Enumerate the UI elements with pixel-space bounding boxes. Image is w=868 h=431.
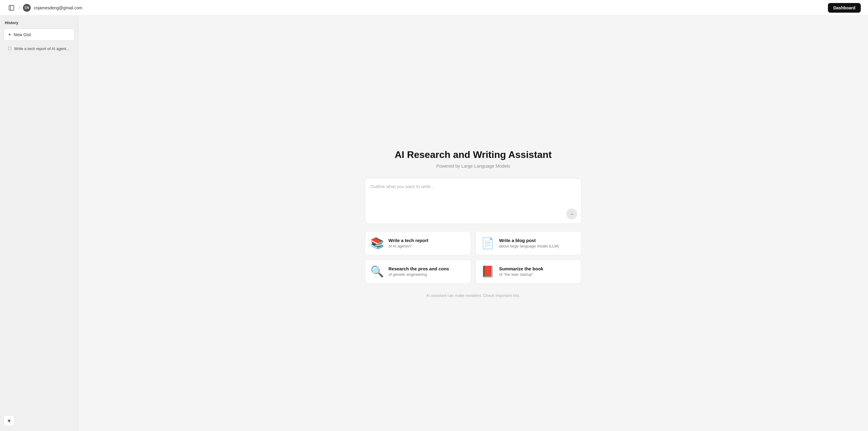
header: / CN cnjamesdeng@gmail.com Dashboard [0,0,868,16]
new-gist-label: New Gist [14,32,31,37]
new-gist-button[interactable]: + New Gist [4,29,74,41]
send-button[interactable]: → [566,209,577,219]
magnifier-icon: 🔍 [370,265,384,278]
main-content: AI Research and Writing Assistant Powere… [79,16,868,431]
theme-toggle-button[interactable]: ☀ [4,415,14,426]
sidebar-toggle-button[interactable] [7,4,16,12]
suggestion-cards-grid: 📚 Write a tech report of AI agents? 📄 Wr… [365,231,582,284]
page-title: AI Research and Writing Assistant [395,149,552,160]
sun-icon: ☀ [7,418,11,424]
sidebar-bottom: ☀ [4,415,74,426]
suggestion-card-3[interactable]: 🔍 Research the pros and cons of genetic … [365,259,471,284]
card-3-subtitle: of genetic engineering [389,272,449,277]
sidebar-history-label: History [4,21,74,25]
card-2-subtitle: about large language model (LLM) [499,244,559,248]
card-1-text: Write a tech report of AI agents? [389,238,428,248]
suggestion-card-4[interactable]: 📕 Summarize the book of "the lean startu… [475,259,582,284]
card-1-subtitle: of AI agents? [389,244,428,248]
card-2-text: Write a blog post about large language m… [499,238,559,248]
dashboard-button[interactable]: Dashboard [828,3,861,13]
card-4-subtitle: of "the lean startup" [499,272,544,277]
arrow-right-icon: → [569,211,574,217]
breadcrumb-separator: / [19,5,20,10]
card-3-title: Research the pros and cons [389,266,449,271]
card-4-text: Summarize the book of "the lean startup" [499,266,544,277]
books-icon: 📚 [370,237,384,250]
outline-input[interactable] [370,184,576,208]
card-1-title: Write a tech report [389,238,428,243]
history-item[interactable]: ☐ Write a tech report of AI agent... [4,43,74,54]
document-icon: 📄 [481,237,494,250]
card-2-title: Write a blog post [499,238,559,243]
sidebar: History + New Gist ☐ Write a tech report… [0,16,79,431]
book-icon: 📕 [481,265,494,278]
history-item-label: Write a tech report of AI agent... [14,47,69,51]
user-email: cnjamesdeng@gmail.com [34,5,82,10]
input-container: → [365,178,582,224]
page-subtitle: Powered by Large Language Models [436,163,510,168]
card-4-title: Summarize the book [499,266,544,271]
layout: History + New Gist ☐ Write a tech report… [0,16,868,431]
suggestion-card-1[interactable]: 📚 Write a tech report of AI agents? [365,231,471,255]
plus-icon: + [8,32,11,37]
header-left: / CN cnjamesdeng@gmail.com [7,4,82,12]
svg-rect-0 [9,5,14,10]
document-icon: ☐ [8,46,12,51]
card-3-text: Research the pros and cons of genetic en… [389,266,449,277]
disclaimer-text: AI assistant can make mistakes. Check im… [426,293,520,298]
suggestion-card-2[interactable]: 📄 Write a blog post about large language… [475,231,582,255]
avatar: CN [23,4,31,12]
